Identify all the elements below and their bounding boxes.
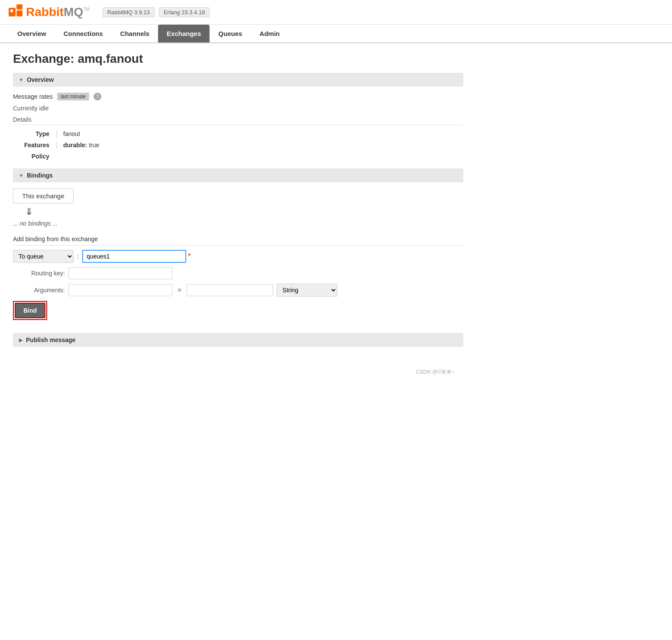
publish-section-header[interactable]: ▶ Publish message <box>13 333 463 347</box>
required-star: * <box>188 252 191 260</box>
add-binding-title: Add binding from this exchange <box>13 236 463 246</box>
idle-text: Currently idle <box>13 105 463 112</box>
no-bindings-text: ... no bindings ... <box>13 220 463 227</box>
routing-key-input[interactable] <box>68 267 172 279</box>
bind-button-row: Bind <box>13 301 463 320</box>
to-queue-select[interactable]: To queue To exchange <box>13 250 74 263</box>
type-value: fanout <box>56 130 80 137</box>
argument-key-input[interactable] <box>68 284 172 296</box>
type-key: Type <box>17 130 56 137</box>
main-nav: Overview Connections Channels Exchanges … <box>0 25 672 43</box>
arguments-row: Arguments: = String Integer Boolean <box>13 284 463 297</box>
main-content: Exchange: amq.fanout ▼ Overview Message … <box>0 43 476 389</box>
details-label: Details <box>13 116 463 125</box>
features-key: Features <box>17 142 56 149</box>
overview-chevron-icon: ▼ <box>19 78 23 82</box>
page-title-prefix: Exchange: <box>13 52 74 65</box>
publish-section: ▶ Publish message <box>13 333 463 347</box>
overview-section-header[interactable]: ▼ Overview <box>13 73 463 87</box>
queue-name-input[interactable] <box>82 250 186 263</box>
features-row: Features durable: true <box>17 142 463 149</box>
argument-type-select[interactable]: String Integer Boolean <box>277 284 337 297</box>
durable-label: durable: <box>63 142 87 149</box>
overview-section-label: Overview <box>27 76 54 83</box>
rabbitmq-logo-icon <box>9 4 24 20</box>
nav-admin[interactable]: Admin <box>251 25 288 42</box>
overview-section: ▼ Overview Message rates last minute ? C… <box>13 73 463 160</box>
logo-tm-text: TM <box>83 7 89 12</box>
this-exchange-box: This exchange <box>13 188 74 204</box>
bind-button[interactable]: Bind <box>15 303 45 318</box>
bindings-section-header[interactable]: ▼ Bindings <box>13 168 463 182</box>
arrow-down-icon: ⇓ <box>25 206 463 217</box>
rabbitmq-version-badge: RabbitMQ 3.9.13 <box>103 7 155 17</box>
routing-key-row: Routing key: <box>13 267 463 279</box>
details-table: Type fanout Features durable: true Polic… <box>17 130 463 160</box>
svg-rect-1 <box>16 4 23 10</box>
add-binding-section: Add binding from this exchange To queue … <box>13 236 463 320</box>
bind-outline: Bind <box>13 301 47 320</box>
erlang-version-badge: Erlang 23.3.4.18 <box>159 7 210 17</box>
equals-sign: = <box>176 286 183 294</box>
nav-connections[interactable]: Connections <box>55 25 112 42</box>
colon-separator: : <box>77 253 79 260</box>
arguments-label: Arguments: <box>13 287 65 294</box>
footer: CSDN @©朱来~ <box>13 364 463 380</box>
publish-section-label: Publish message <box>26 336 75 343</box>
nav-queues[interactable]: Queues <box>210 25 251 42</box>
logo-rabbit-text: Rabbit <box>26 5 64 19</box>
nav-overview[interactable]: Overview <box>9 25 55 42</box>
nav-channels[interactable]: Channels <box>112 25 158 42</box>
top-bar: RabbitMQTM RabbitMQ 3.9.13 Erlang 23.3.4… <box>0 0 672 25</box>
policy-key: Policy <box>17 153 56 160</box>
message-rates-row: Message rates last minute ? <box>13 93 463 100</box>
message-rates-badge[interactable]: last minute <box>57 93 89 100</box>
bindings-section-label: Bindings <box>27 172 53 179</box>
to-queue-row: To queue To exchange : * <box>13 250 463 263</box>
publish-chevron-icon: ▶ <box>19 338 23 343</box>
page-title: Exchange: amq.fanout <box>13 52 463 66</box>
routing-key-label: Routing key: <box>13 270 65 277</box>
logo-mq-text: MQ <box>64 5 83 19</box>
svg-rect-2 <box>16 10 23 16</box>
policy-row: Policy <box>17 153 463 160</box>
features-value: durable: true <box>56 142 99 149</box>
svg-rect-3 <box>10 10 13 12</box>
bindings-chevron-icon: ▼ <box>19 173 23 178</box>
logo: RabbitMQTM <box>9 4 90 20</box>
bindings-section: ▼ Bindings This exchange ⇓ ... no bindin… <box>13 168 463 320</box>
argument-value-input[interactable] <box>187 284 273 296</box>
durable-value: true <box>89 142 99 149</box>
page-title-name: amq.fanout <box>78 52 143 65</box>
type-row: Type fanout <box>17 130 463 137</box>
nav-exchanges[interactable]: Exchanges <box>158 25 210 42</box>
message-rates-label: Message rates <box>13 93 53 100</box>
help-icon[interactable]: ? <box>94 93 101 100</box>
